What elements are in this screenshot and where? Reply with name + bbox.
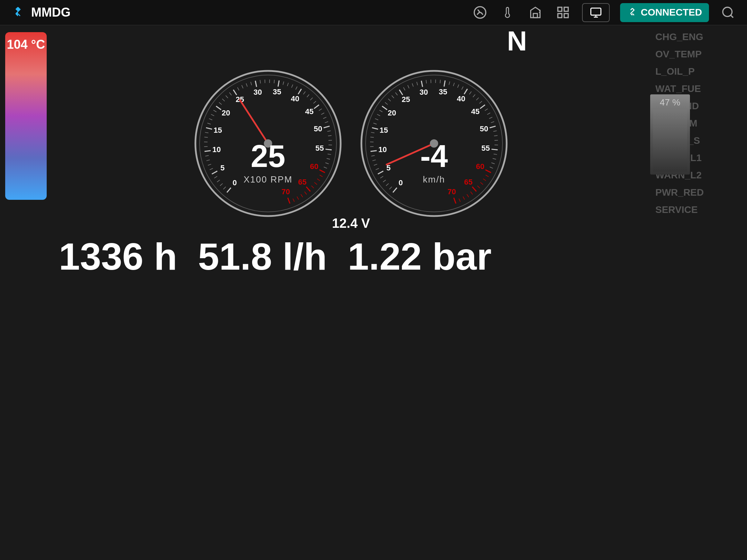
flow-stat: 51.8 l/h	[198, 234, 327, 278]
svg-rect-4	[558, 13, 562, 18]
bluetooth-nav-icon[interactable]	[10, 6, 24, 19]
fault-ov-temp: OV_TEMP	[655, 46, 742, 63]
fault-l-oil-p: L_OIL_P	[655, 63, 742, 80]
temperature-value: 104 °C	[7, 37, 45, 52]
rpm-unit: X100 RPM	[243, 174, 293, 185]
fuel-icon[interactable]	[527, 4, 544, 21]
svg-rect-3	[564, 7, 568, 11]
screen-button[interactable]	[582, 3, 610, 22]
gear-indicator: N	[507, 25, 527, 57]
grid-icon[interactable]	[554, 4, 572, 21]
thermometer-icon[interactable]	[499, 4, 516, 21]
hours-stat: 1336 h	[59, 234, 177, 278]
app-title: MMDG	[31, 5, 71, 20]
charge-percent: 47 %	[653, 97, 687, 108]
charge-indicator: 47 %	[650, 94, 690, 175]
right-sidebar: 47 % CHG_ENG OV_TEMP L_OIL_P WAT_FUE CHG…	[650, 25, 747, 560]
svg-point-7	[723, 7, 732, 17]
center-panel: N 25 X100 RPM -4 km/h	[52, 25, 650, 560]
connected-button[interactable]: CONNECTED	[620, 3, 709, 22]
svg-rect-2	[558, 7, 562, 11]
bottom-stats: 1336 h 51.8 l/h 1.22 bar	[52, 231, 650, 282]
speed-value: -4	[420, 139, 448, 174]
connected-label: CONNECTED	[641, 7, 702, 18]
pressure-stat: 1.22 bar	[348, 234, 491, 278]
temperature-bar: 104 °C	[5, 32, 47, 200]
rpm-value: 25	[243, 139, 293, 174]
speed-unit: km/h	[420, 174, 448, 185]
rpm-gauge: 25 X100 RPM	[185, 54, 351, 220]
speed-gauge: -4 km/h	[351, 54, 517, 220]
gauge-icon[interactable]	[471, 4, 489, 21]
main-content: 104 °C N 25 X100 RPM	[0, 25, 747, 560]
svg-rect-5	[564, 13, 568, 18]
svg-rect-6	[591, 8, 601, 15]
fault-service: SERVICE	[655, 202, 742, 218]
fault-pwr-red: PWR_RED	[655, 184, 742, 201]
nav-icons-group: CONNECTED	[471, 3, 737, 22]
search-icon[interactable]	[719, 4, 737, 21]
fault-chg-eng: CHG_ENG	[655, 29, 742, 45]
charge-bar	[653, 110, 687, 172]
navbar: MMDG	[0, 0, 747, 25]
svg-rect-1	[533, 13, 537, 18]
gauges-row: 25 X100 RPM -4 km/h	[185, 54, 517, 220]
